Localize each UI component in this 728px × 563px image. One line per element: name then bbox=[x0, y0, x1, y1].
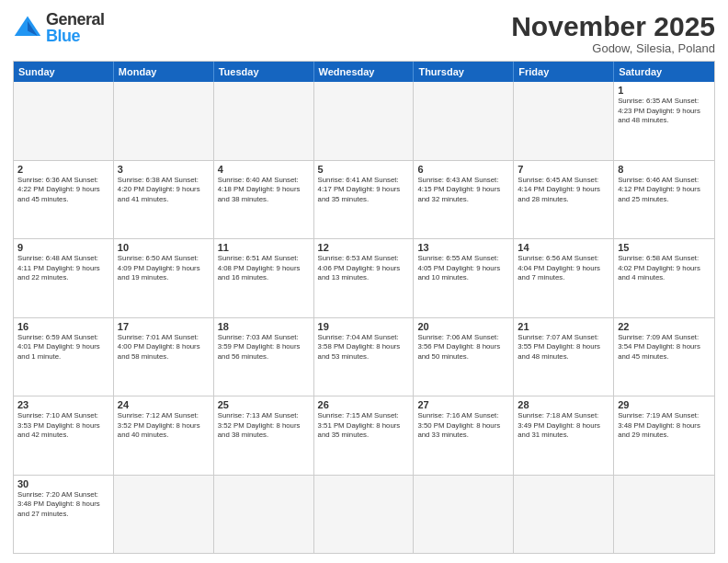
day-info: Sunrise: 7:15 AM Sunset: 3:51 PM Dayligh… bbox=[318, 411, 410, 441]
calendar-cell bbox=[214, 82, 314, 160]
page: General Blue November 2025 Godow, Silesi… bbox=[0, 0, 728, 563]
day-number: 13 bbox=[417, 242, 509, 253]
month-title: November 2025 bbox=[511, 11, 715, 41]
day-number: 2 bbox=[17, 164, 109, 175]
day-number: 25 bbox=[218, 399, 310, 410]
calendar-cell: 15Sunrise: 6:58 AM Sunset: 4:02 PM Dayli… bbox=[614, 239, 714, 317]
day-info: Sunrise: 7:18 AM Sunset: 3:49 PM Dayligh… bbox=[518, 411, 609, 441]
calendar-cell: 7Sunrise: 6:45 AM Sunset: 4:14 PM Daylig… bbox=[514, 161, 614, 239]
day-info: Sunrise: 7:07 AM Sunset: 3:55 PM Dayligh… bbox=[518, 333, 609, 362]
day-info: Sunrise: 7:04 AM Sunset: 3:58 PM Dayligh… bbox=[318, 333, 410, 362]
header-day-wednesday: Wednesday bbox=[314, 62, 415, 82]
calendar-cell: 13Sunrise: 6:55 AM Sunset: 4:05 PM Dayli… bbox=[414, 239, 514, 317]
day-info: Sunrise: 7:12 AM Sunset: 3:52 PM Dayligh… bbox=[118, 411, 210, 441]
calendar-cell: 4Sunrise: 6:40 AM Sunset: 4:18 PM Daylig… bbox=[214, 161, 314, 239]
day-info: Sunrise: 6:35 AM Sunset: 4:23 PM Dayligh… bbox=[618, 97, 711, 126]
calendar-cell: 19Sunrise: 7:04 AM Sunset: 3:58 PM Dayli… bbox=[314, 318, 415, 396]
day-number: 15 bbox=[618, 242, 711, 253]
calendar-row-4: 23Sunrise: 7:10 AM Sunset: 3:53 PM Dayli… bbox=[14, 396, 714, 475]
day-number: 21 bbox=[518, 321, 609, 332]
day-info: Sunrise: 7:01 AM Sunset: 4:00 PM Dayligh… bbox=[118, 333, 210, 362]
day-number: 27 bbox=[417, 399, 509, 410]
day-number: 7 bbox=[518, 164, 609, 175]
calendar-cell: 1Sunrise: 6:35 AM Sunset: 4:23 PM Daylig… bbox=[614, 82, 714, 160]
title-block: November 2025 Godow, Silesia, Poland bbox=[511, 11, 715, 55]
calendar-cell: 21Sunrise: 7:07 AM Sunset: 3:55 PM Dayli… bbox=[514, 318, 614, 396]
day-number: 16 bbox=[17, 321, 109, 332]
day-info: Sunrise: 6:53 AM Sunset: 4:06 PM Dayligh… bbox=[318, 254, 410, 283]
calendar-cell bbox=[514, 476, 614, 554]
day-info: Sunrise: 6:46 AM Sunset: 4:12 PM Dayligh… bbox=[618, 176, 711, 205]
calendar-cell: 14Sunrise: 6:56 AM Sunset: 4:04 PM Dayli… bbox=[514, 239, 614, 317]
logo: General Blue bbox=[13, 11, 105, 44]
calendar-cell: 5Sunrise: 6:41 AM Sunset: 4:17 PM Daylig… bbox=[314, 161, 415, 239]
day-number: 28 bbox=[518, 399, 609, 410]
day-info: Sunrise: 6:59 AM Sunset: 4:01 PM Dayligh… bbox=[17, 333, 109, 362]
day-number: 20 bbox=[417, 321, 509, 332]
day-number: 6 bbox=[417, 164, 509, 175]
logo-icon bbox=[13, 13, 42, 42]
calendar-row-0: 1Sunrise: 6:35 AM Sunset: 4:23 PM Daylig… bbox=[14, 82, 714, 160]
calendar: SundayMondayTuesdayWednesdayThursdayFrid… bbox=[13, 61, 715, 554]
day-info: Sunrise: 6:38 AM Sunset: 4:20 PM Dayligh… bbox=[118, 176, 210, 205]
day-number: 11 bbox=[218, 242, 310, 253]
day-info: Sunrise: 6:51 AM Sunset: 4:08 PM Dayligh… bbox=[218, 254, 310, 283]
day-info: Sunrise: 7:06 AM Sunset: 3:56 PM Dayligh… bbox=[417, 333, 509, 362]
day-info: Sunrise: 6:41 AM Sunset: 4:17 PM Dayligh… bbox=[318, 176, 410, 205]
calendar-cell: 6Sunrise: 6:43 AM Sunset: 4:15 PM Daylig… bbox=[414, 161, 514, 239]
day-info: Sunrise: 6:48 AM Sunset: 4:11 PM Dayligh… bbox=[17, 254, 109, 283]
calendar-cell: 22Sunrise: 7:09 AM Sunset: 3:54 PM Dayli… bbox=[614, 318, 714, 396]
day-number: 14 bbox=[518, 242, 609, 253]
calendar-cell: 12Sunrise: 6:53 AM Sunset: 4:06 PM Dayli… bbox=[314, 239, 415, 317]
day-info: Sunrise: 7:09 AM Sunset: 3:54 PM Dayligh… bbox=[618, 333, 711, 362]
day-number: 24 bbox=[118, 399, 210, 410]
calendar-cell bbox=[414, 476, 514, 554]
calendar-row-1: 2Sunrise: 6:36 AM Sunset: 4:22 PM Daylig… bbox=[14, 160, 714, 239]
calendar-cell: 9Sunrise: 6:48 AM Sunset: 4:11 PM Daylig… bbox=[14, 239, 114, 317]
header-day-tuesday: Tuesday bbox=[214, 62, 314, 82]
day-number: 18 bbox=[218, 321, 310, 332]
day-info: Sunrise: 7:10 AM Sunset: 3:53 PM Dayligh… bbox=[17, 411, 109, 441]
day-number: 29 bbox=[618, 399, 711, 410]
calendar-cell: 23Sunrise: 7:10 AM Sunset: 3:53 PM Dayli… bbox=[14, 396, 114, 475]
logo-blue-text: Blue bbox=[46, 28, 105, 44]
calendar-header: SundayMondayTuesdayWednesdayThursdayFrid… bbox=[14, 62, 714, 82]
logo-text: General Blue bbox=[46, 11, 105, 44]
calendar-cell: 25Sunrise: 7:13 AM Sunset: 3:52 PM Dayli… bbox=[214, 396, 314, 475]
header-day-sunday: Sunday bbox=[14, 62, 114, 82]
day-number: 8 bbox=[618, 164, 711, 175]
location-subtitle: Godow, Silesia, Poland bbox=[511, 41, 715, 55]
header-day-thursday: Thursday bbox=[414, 62, 514, 82]
day-number: 5 bbox=[318, 164, 410, 175]
calendar-cell: 20Sunrise: 7:06 AM Sunset: 3:56 PM Dayli… bbox=[414, 318, 514, 396]
day-number: 30 bbox=[17, 478, 109, 489]
header: General Blue November 2025 Godow, Silesi… bbox=[13, 11, 715, 55]
calendar-cell: 28Sunrise: 7:18 AM Sunset: 3:49 PM Dayli… bbox=[514, 396, 614, 475]
calendar-cell bbox=[514, 82, 614, 160]
day-info: Sunrise: 7:16 AM Sunset: 3:50 PM Dayligh… bbox=[417, 411, 509, 441]
calendar-cell: 16Sunrise: 6:59 AM Sunset: 4:01 PM Dayli… bbox=[14, 318, 114, 396]
day-number: 4 bbox=[218, 164, 310, 175]
day-info: Sunrise: 6:55 AM Sunset: 4:05 PM Dayligh… bbox=[417, 254, 509, 283]
calendar-cell: 17Sunrise: 7:01 AM Sunset: 4:00 PM Dayli… bbox=[114, 318, 214, 396]
calendar-cell bbox=[314, 82, 415, 160]
day-info: Sunrise: 6:43 AM Sunset: 4:15 PM Dayligh… bbox=[417, 176, 509, 205]
day-info: Sunrise: 6:58 AM Sunset: 4:02 PM Dayligh… bbox=[618, 254, 711, 283]
day-info: Sunrise: 7:03 AM Sunset: 3:59 PM Dayligh… bbox=[218, 333, 310, 362]
day-number: 3 bbox=[118, 164, 210, 175]
day-number: 1 bbox=[618, 85, 711, 96]
calendar-cell bbox=[14, 82, 114, 160]
day-info: Sunrise: 7:13 AM Sunset: 3:52 PM Dayligh… bbox=[218, 411, 310, 441]
calendar-cell bbox=[614, 476, 714, 554]
calendar-cell bbox=[114, 82, 214, 160]
calendar-cell bbox=[214, 476, 314, 554]
day-number: 19 bbox=[318, 321, 410, 332]
calendar-cell: 18Sunrise: 7:03 AM Sunset: 3:59 PM Dayli… bbox=[214, 318, 314, 396]
calendar-cell: 29Sunrise: 7:19 AM Sunset: 3:48 PM Dayli… bbox=[614, 396, 714, 475]
calendar-cell: 11Sunrise: 6:51 AM Sunset: 4:08 PM Dayli… bbox=[214, 239, 314, 317]
header-day-saturday: Saturday bbox=[614, 62, 714, 82]
calendar-cell: 3Sunrise: 6:38 AM Sunset: 4:20 PM Daylig… bbox=[114, 161, 214, 239]
calendar-cell bbox=[314, 476, 415, 554]
header-day-friday: Friday bbox=[514, 62, 614, 82]
day-info: Sunrise: 6:36 AM Sunset: 4:22 PM Dayligh… bbox=[17, 176, 109, 205]
